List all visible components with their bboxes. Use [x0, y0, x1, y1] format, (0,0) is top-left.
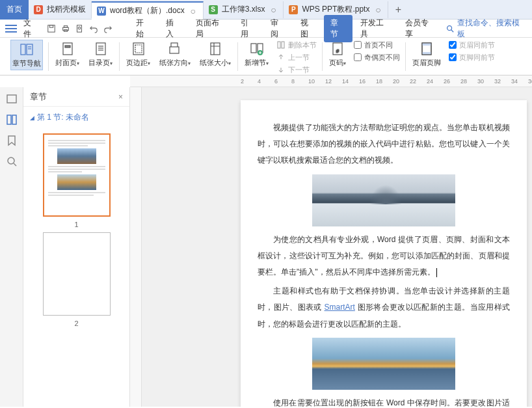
svg-rect-9 [27, 44, 33, 55]
tab-review[interactable]: 审阅 [264, 15, 293, 42]
page-number-icon: # [330, 41, 345, 57]
bookmark-icon[interactable] [5, 134, 18, 147]
odd-even-different-check[interactable]: 奇偶页不同 [354, 52, 400, 63]
prev-section-button[interactable]: 上一节 [276, 52, 317, 63]
tab-start[interactable]: 开始 [129, 15, 158, 42]
svg-rect-5 [77, 25, 82, 32]
svg-rect-21 [170, 47, 179, 53]
horizontal-ruler[interactable]: 2468101214161820222426283032343638404244… [130, 75, 532, 87]
svg-point-7 [447, 25, 451, 30]
prev-section-icon [276, 53, 286, 62]
svg-point-37 [8, 157, 14, 164]
close-panel-icon[interactable]: × [118, 92, 123, 102]
svg-rect-8 [21, 44, 25, 55]
next-section-button[interactable]: 下一节 [276, 64, 317, 75]
header-link-prev-check[interactable]: 页眉同前节 [449, 40, 495, 51]
menu-bar: 文件 开始 插入 页面布局 引用 审阅 视图 章节 开发工具 会员专享 查找命令… [0, 20, 532, 38]
close-icon[interactable]: ○ [373, 5, 382, 14]
paragraph[interactable]: 为使您的文档具有专业外观，Word 提供了页眉、页脚、封面和文本框设计，这些设计… [258, 232, 510, 281]
document-area[interactable]: 视频提供了功能强大的方法帮助您证明您的观点。当您单击联机视频时，可以在想要添加的… [130, 87, 532, 407]
header-footer-button[interactable]: 页眉页脚 [411, 40, 442, 69]
svg-point-6 [79, 27, 81, 29]
save-icon[interactable] [46, 23, 57, 34]
smartart-link[interactable]: SmartArt [325, 303, 355, 312]
section-view-icon[interactable] [5, 113, 18, 126]
close-icon[interactable]: ○ [269, 5, 278, 14]
svg-text:#: # [336, 48, 339, 54]
preview-icon[interactable] [73, 23, 85, 34]
tab-view[interactable]: 视图 [294, 15, 323, 42]
tab-label: WPS PPT教程.pptx [302, 4, 369, 15]
orientation-icon [167, 41, 183, 57]
file-menu[interactable]: 文件 [20, 18, 43, 40]
search-icon[interactable] [5, 155, 18, 168]
thumbnail-page-2[interactable] [43, 232, 111, 316]
delete-section-button[interactable]: 删除本节 [276, 40, 317, 51]
thumbnail-page-1[interactable] [43, 133, 111, 217]
nav-title: 章节 [30, 91, 47, 103]
svg-rect-27 [282, 42, 284, 48]
cover-page-button[interactable]: 封面页▾ [54, 40, 81, 69]
thumb-number: 1 [74, 221, 78, 228]
tab-references[interactable]: 引用 [234, 15, 263, 42]
svg-rect-1 [49, 25, 53, 27]
document-page[interactable]: 视频提供了功能强大的方法帮助您证明您的观点。当您单击联机视频时，可以在想要添加的… [241, 100, 527, 407]
svg-rect-13 [65, 46, 70, 48]
svg-rect-12 [63, 43, 72, 55]
new-section-button[interactable]: 新增节▾ [243, 40, 270, 69]
undo-icon[interactable] [88, 23, 100, 34]
tab-template[interactable]: D 找稻壳模板 [29, 1, 92, 18]
inline-image-mountain[interactable] [312, 174, 455, 226]
expand-icon: ◢ [30, 115, 34, 121]
toc-page-button[interactable]: 目录页▾ [87, 40, 114, 69]
margins-button[interactable]: 页边距▾ [125, 40, 152, 69]
page-number-button[interactable]: # 页码▾ [328, 40, 347, 69]
print-icon[interactable] [60, 23, 72, 34]
tab-label: 工作簿3.xlsx [222, 4, 265, 15]
svg-rect-22 [211, 43, 220, 55]
tab-pagelayout[interactable]: 页面布局 [189, 15, 233, 42]
paragraph[interactable]: 使用在需要位置出现的新按钮在 Word 中保存时间。若要更改图片适应文 [258, 395, 510, 407]
nav-section-node[interactable]: ◢ 第 1 节: 未命名 [30, 112, 123, 123]
svg-rect-34 [7, 95, 16, 103]
hamburger-icon[interactable] [5, 25, 17, 33]
svg-rect-0 [47, 25, 55, 32]
delete-icon [276, 40, 286, 49]
search-icon [446, 24, 455, 33]
word-icon: W [97, 7, 106, 16]
vertical-ruler[interactable] [130, 87, 142, 407]
svg-rect-14 [96, 43, 105, 55]
first-page-different-check[interactable]: 首页不同 [354, 40, 400, 51]
ppt-icon: P [289, 5, 298, 14]
svg-rect-3 [64, 25, 67, 27]
toc-page-icon [93, 41, 109, 57]
search-link[interactable]: 查找命令、搜索模板 [457, 18, 527, 40]
footer-link-prev-check[interactable]: 页脚同前节 [449, 52, 495, 63]
svg-rect-35 [7, 115, 11, 124]
redo-icon[interactable] [102, 23, 114, 34]
tab-devtools[interactable]: 开发工具 [354, 15, 398, 42]
thumb-number: 2 [74, 320, 78, 327]
svg-rect-26 [278, 42, 280, 48]
header-footer-icon [419, 41, 434, 57]
tab-member[interactable]: 会员专享 [399, 15, 443, 42]
svg-rect-36 [12, 115, 16, 124]
new-section-icon [249, 41, 265, 57]
paper-size-button[interactable]: 纸张大小▾ [198, 40, 232, 69]
tab-section[interactable]: 章节 [324, 15, 352, 42]
thumbnail-view-icon[interactable] [5, 92, 18, 105]
paragraph[interactable]: 主题和样式也有助于文档保持协调。当您单击设计并选择新的主题时，图片、图表或 Sm… [258, 283, 510, 333]
svg-rect-19 [135, 45, 142, 53]
next-section-icon [276, 65, 286, 74]
paper-size-icon [207, 41, 223, 57]
ribbon: 章节导航 封面页▾ 目录页▾ 页边距▾ 纸张方向▾ 纸张大小▾ 新增节 [0, 38, 532, 75]
home-tab[interactable]: 首页 [0, 0, 29, 20]
section-nav-button[interactable]: 章节导航 [10, 40, 43, 70]
close-icon[interactable]: ○ [189, 7, 198, 16]
text-cursor [436, 268, 437, 277]
paragraph[interactable]: 视频提供了功能强大的方法帮助您证明您的观点。当您单击联机视频时，可以在想要添加的… [258, 120, 510, 169]
tab-insert[interactable]: 插入 [159, 15, 188, 42]
margins-icon [131, 41, 146, 57]
orientation-button[interactable]: 纸张方向▾ [158, 40, 192, 69]
inline-image-lake[interactable] [312, 338, 455, 390]
